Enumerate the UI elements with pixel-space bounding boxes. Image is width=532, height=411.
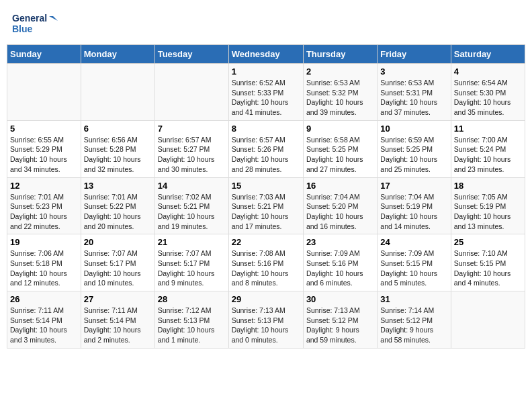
day-info: Sunrise: 7:02 AMSunset: 5:21 PMDaylight:… [158,192,226,232]
day-info: Sunrise: 6:53 AMSunset: 5:32 PMDaylight:… [306,78,374,118]
day-info: Sunrise: 6:58 AMSunset: 5:25 PMDaylight:… [306,135,374,175]
day-info: Sunrise: 7:06 AMSunset: 5:18 PMDaylight:… [10,248,78,288]
calendar-cell: 30Sunrise: 7:13 AMSunset: 5:12 PMDayligh… [303,291,377,349]
day-number: 11 [454,124,522,134]
calendar-cell: 20Sunrise: 7:07 AMSunset: 5:17 PMDayligh… [81,234,154,291]
day-info: Sunrise: 7:07 AMSunset: 5:17 PMDaylight:… [158,248,226,288]
calendar-cell: 12Sunrise: 7:01 AMSunset: 5:23 PMDayligh… [7,177,81,234]
day-number: 5 [10,124,78,134]
calendar-cell [81,64,154,121]
calendar-cell: 13Sunrise: 7:01 AMSunset: 5:22 PMDayligh… [81,177,154,234]
day-number: 1 [232,66,300,77]
calendar-cell: 2Sunrise: 6:53 AMSunset: 5:32 PMDaylight… [303,64,377,121]
col-header-wednesday: Wednesday [228,45,303,64]
day-number: 23 [306,237,374,247]
day-info: Sunrise: 7:13 AMSunset: 5:12 PMDaylight:… [306,306,374,345]
calendar-cell: 25Sunrise: 7:10 AMSunset: 5:15 PMDayligh… [451,234,525,291]
day-info: Sunrise: 7:11 AMSunset: 5:14 PMDaylight:… [84,306,152,345]
day-number: 3 [380,66,447,77]
week-row-3: 12Sunrise: 7:01 AMSunset: 5:23 PMDayligh… [7,177,525,234]
day-info: Sunrise: 6:56 AMSunset: 5:28 PMDaylight:… [84,135,152,175]
calendar-cell: 6Sunrise: 6:56 AMSunset: 5:28 PMDaylight… [81,120,154,177]
day-number: 17 [380,181,447,191]
week-row-5: 26Sunrise: 7:11 AMSunset: 5:14 PMDayligh… [7,291,525,349]
calendar-cell: 22Sunrise: 7:08 AMSunset: 5:16 PMDayligh… [228,234,303,291]
day-info: Sunrise: 6:59 AMSunset: 5:25 PMDaylight:… [380,135,447,175]
day-info: Sunrise: 6:57 AMSunset: 5:26 PMDaylight:… [232,135,300,175]
day-info: Sunrise: 7:14 AMSunset: 5:12 PMDaylight:… [380,306,447,345]
calendar-cell: 24Sunrise: 7:09 AMSunset: 5:15 PMDayligh… [378,234,451,291]
day-number: 6 [84,124,152,134]
calendar-cell: 4Sunrise: 6:54 AMSunset: 5:30 PMDaylight… [451,64,525,121]
week-row-4: 19Sunrise: 7:06 AMSunset: 5:18 PMDayligh… [7,234,525,291]
calendar-cell: 9Sunrise: 6:58 AMSunset: 5:25 PMDaylight… [303,120,377,177]
calendar-cell: 1Sunrise: 6:52 AMSunset: 5:33 PMDaylight… [228,64,303,121]
calendar-cell [451,291,525,349]
col-header-friday: Friday [378,45,451,64]
calendar-cell: 21Sunrise: 7:07 AMSunset: 5:17 PMDayligh… [154,234,228,291]
day-info: Sunrise: 6:53 AMSunset: 5:31 PMDaylight:… [380,78,447,118]
day-number: 18 [454,181,522,191]
calendar-cell [7,64,81,121]
day-info: Sunrise: 7:03 AMSunset: 5:21 PMDaylight:… [232,192,300,232]
day-info: Sunrise: 7:00 AMSunset: 5:24 PMDaylight:… [454,135,522,175]
day-info: Sunrise: 7:13 AMSunset: 5:13 PMDaylight:… [232,306,300,345]
day-info: Sunrise: 6:52 AMSunset: 5:33 PMDaylight:… [232,78,300,118]
calendar-cell: 16Sunrise: 7:04 AMSunset: 5:20 PMDayligh… [303,177,377,234]
day-info: Sunrise: 6:57 AMSunset: 5:27 PMDaylight:… [158,135,226,175]
day-number: 28 [158,294,226,304]
day-number: 9 [306,124,374,134]
svg-marker-2 [49,16,58,21]
day-number: 13 [84,181,152,191]
logo: General Blue [12,9,59,36]
calendar-cell [154,64,228,121]
calendar-cell: 8Sunrise: 6:57 AMSunset: 5:26 PMDaylight… [228,120,303,177]
day-info: Sunrise: 7:04 AMSunset: 5:20 PMDaylight:… [306,192,374,232]
day-number: 31 [380,294,447,304]
day-info: Sunrise: 7:11 AMSunset: 5:14 PMDaylight:… [10,306,78,345]
day-number: 8 [232,124,300,134]
calendar-cell: 28Sunrise: 7:12 AMSunset: 5:13 PMDayligh… [154,291,228,349]
calendar-cell: 10Sunrise: 6:59 AMSunset: 5:25 PMDayligh… [378,120,451,177]
day-info: Sunrise: 7:01 AMSunset: 5:23 PMDaylight:… [10,192,78,232]
day-number: 29 [232,294,300,304]
day-info: Sunrise: 7:01 AMSunset: 5:22 PMDaylight:… [84,192,152,232]
day-number: 21 [158,237,226,247]
calendar-cell: 15Sunrise: 7:03 AMSunset: 5:21 PMDayligh… [228,177,303,234]
day-number: 14 [158,181,226,191]
day-info: Sunrise: 6:54 AMSunset: 5:30 PMDaylight:… [454,78,522,118]
page-header: General Blue [7,7,525,39]
calendar-cell: 26Sunrise: 7:11 AMSunset: 5:14 PMDayligh… [7,291,81,349]
day-number: 30 [306,294,374,304]
day-number: 10 [380,124,447,134]
day-info: Sunrise: 7:08 AMSunset: 5:16 PMDaylight:… [232,248,300,288]
calendar-cell: 27Sunrise: 7:11 AMSunset: 5:14 PMDayligh… [81,291,154,349]
day-info: Sunrise: 7:09 AMSunset: 5:15 PMDaylight:… [380,248,447,288]
week-row-2: 5Sunrise: 6:55 AMSunset: 5:29 PMDaylight… [7,120,525,177]
col-header-saturday: Saturday [451,45,525,64]
day-number: 15 [232,181,300,191]
logo-svg: General Blue [12,9,59,36]
calendar-cell: 23Sunrise: 7:09 AMSunset: 5:16 PMDayligh… [303,234,377,291]
calendar-cell: 17Sunrise: 7:04 AMSunset: 5:19 PMDayligh… [378,177,451,234]
day-number: 27 [84,294,152,304]
calendar-table: SundayMondayTuesdayWednesdayThursdayFrid… [7,44,525,349]
day-number: 20 [84,237,152,247]
calendar-cell: 31Sunrise: 7:14 AMSunset: 5:12 PMDayligh… [378,291,451,349]
col-header-thursday: Thursday [303,45,377,64]
col-header-sunday: Sunday [7,45,81,64]
col-header-monday: Monday [81,45,154,64]
day-info: Sunrise: 7:05 AMSunset: 5:19 PMDaylight:… [454,192,522,232]
day-number: 19 [10,237,78,247]
day-number: 25 [454,237,522,247]
calendar-cell: 14Sunrise: 7:02 AMSunset: 5:21 PMDayligh… [154,177,228,234]
day-info: Sunrise: 6:55 AMSunset: 5:29 PMDaylight:… [10,135,78,175]
day-number: 22 [232,237,300,247]
day-info: Sunrise: 7:09 AMSunset: 5:16 PMDaylight:… [306,248,374,288]
day-number: 7 [158,124,226,134]
day-number: 2 [306,66,374,77]
day-number: 24 [380,237,447,247]
day-info: Sunrise: 7:10 AMSunset: 5:15 PMDaylight:… [454,248,522,288]
calendar-cell: 29Sunrise: 7:13 AMSunset: 5:13 PMDayligh… [228,291,303,349]
day-number: 16 [306,181,374,191]
